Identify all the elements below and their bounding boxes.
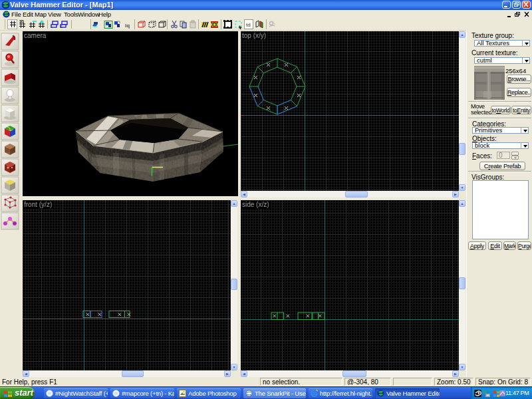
svg-text:td: td <box>246 22 251 28</box>
svg-text:3D: 3D <box>19 19 24 23</box>
svg-text:iq: iq <box>125 23 130 29</box>
svg-text:S: S <box>60 25 63 29</box>
